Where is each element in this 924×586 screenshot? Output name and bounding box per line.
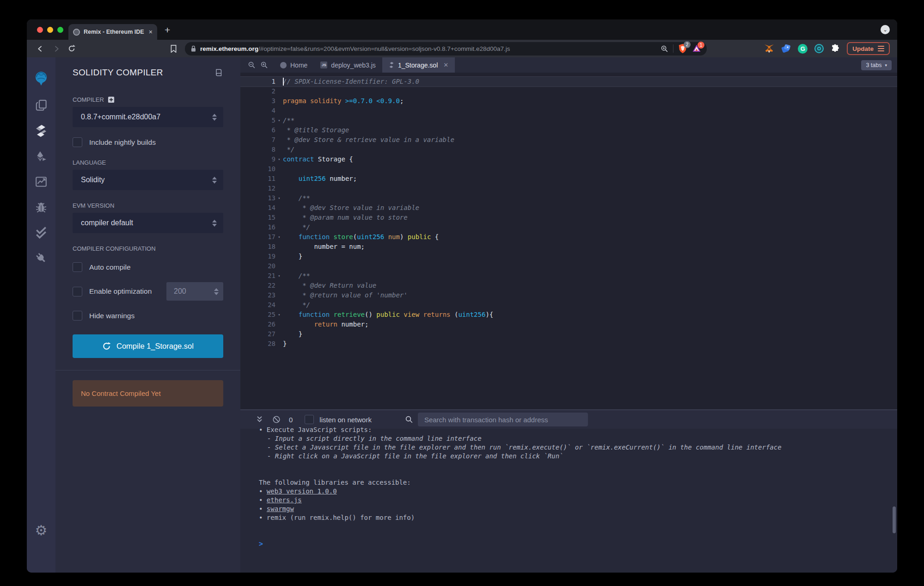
compile-button[interactable]: Compile 1_Storage.sol xyxy=(73,334,223,358)
fold-arrow-icon[interactable]: ▾ xyxy=(275,271,283,281)
fold-arrow-icon[interactable]: ▾ xyxy=(275,232,283,242)
fold-arrow-icon[interactable]: ▾ xyxy=(275,193,283,203)
minimize-window-button[interactable] xyxy=(47,27,53,33)
zoom-page-icon[interactable] xyxy=(661,45,668,53)
clear-console-icon[interactable] xyxy=(272,415,281,424)
menu-hamburger-icon[interactable] xyxy=(878,46,884,51)
rail-item-unit-testing[interactable] xyxy=(31,220,51,245)
editor-tab-home[interactable]: Home xyxy=(274,57,314,73)
forward-icon[interactable] xyxy=(50,43,62,55)
collapse-chevrons-icon[interactable] xyxy=(256,416,263,423)
editor-tab-1-storage-sol[interactable]: 1_Storage.sol✕ xyxy=(382,57,455,73)
maximize-window-button[interactable] xyxy=(57,27,63,33)
code-line[interactable]: 5▾/** xyxy=(240,116,897,125)
code-line[interactable]: 11 uint256 number; xyxy=(240,174,897,184)
rail-item-static-analysis[interactable] xyxy=(31,169,51,194)
code-line[interactable]: 1// SPDX-License-Identifier: GPL-3.0 xyxy=(240,77,897,86)
code-line[interactable]: 4 xyxy=(240,106,897,116)
rail-item-deploy-and-run[interactable] xyxy=(31,143,51,169)
new-tab-button[interactable]: + xyxy=(165,22,170,38)
nightly-builds-checkbox[interactable] xyxy=(73,137,82,147)
code-line[interactable]: 2 xyxy=(240,86,897,96)
url-bar[interactable]: remix.ethereum.org/#optimize=false&runs=… xyxy=(185,42,707,56)
rail-item-solidity-compiler[interactable] xyxy=(31,118,51,143)
tab-search-icon[interactable]: ⌄ xyxy=(881,25,890,34)
code-line[interactable]: 19 } xyxy=(240,252,897,261)
fold-arrow-icon[interactable]: ▾ xyxy=(275,116,283,125)
grammarly-icon[interactable]: G xyxy=(798,44,808,54)
code-line[interactable]: 25▾ function retrieve() public view retu… xyxy=(240,310,897,320)
transaction-count: 0 xyxy=(289,416,293,424)
language-select[interactable]: Solidity xyxy=(73,170,223,190)
rail-item-plugin-manager[interactable] xyxy=(31,245,51,271)
puzzle-extensions-icon[interactable] xyxy=(831,44,840,53)
fold-gutter xyxy=(275,145,283,154)
compiler-version-select[interactable]: 0.8.7+commit.e28d00a7 xyxy=(73,107,223,127)
documentation-book-icon[interactable] xyxy=(215,68,223,77)
add-compiler-icon[interactable] xyxy=(108,96,115,103)
code-line[interactable]: 7 * @dev Store & retrieve value in a var… xyxy=(240,135,897,145)
terminal-output[interactable]: • Execute JavaScript scripts:- Input a s… xyxy=(240,426,897,573)
close-tab-icon[interactable]: × xyxy=(149,28,153,36)
back-icon[interactable] xyxy=(34,43,46,55)
code-editor[interactable]: 1// SPDX-License-Identifier: GPL-3.023pr… xyxy=(240,73,897,409)
bookmark-sidebar-icon[interactable] xyxy=(167,43,179,55)
update-button[interactable]: Update xyxy=(847,42,890,55)
code-line[interactable]: 22 * @dev Return value xyxy=(240,281,897,290)
evm-version-select[interactable]: compiler default xyxy=(73,213,223,233)
code-line[interactable]: 8 */ xyxy=(240,145,897,154)
code-line[interactable]: 17▾ function store(uint256 num) public { xyxy=(240,232,897,242)
auto-compile-checkbox[interactable] xyxy=(73,262,82,272)
zoom-in-icon[interactable] xyxy=(260,61,268,69)
code-line[interactable]: 3pragma solidity >=0.7.0 <0.9.0; xyxy=(240,96,897,106)
code-line[interactable]: 20 xyxy=(240,261,897,271)
enable-optimization-checkbox[interactable] xyxy=(73,287,82,296)
fold-arrow-icon[interactable]: ▾ xyxy=(275,310,283,320)
code-line[interactable]: 21▾ /** xyxy=(240,271,897,281)
code-line[interactable]: 9▾contract Storage { xyxy=(240,154,897,164)
code-line[interactable]: 26 return number; xyxy=(240,320,897,329)
fold-gutter xyxy=(275,203,283,213)
code-line[interactable]: 6 * @title Storage xyxy=(240,125,897,135)
fold-arrow-icon[interactable]: ▾ xyxy=(275,154,283,164)
code-line[interactable]: 23 * @return value of 'number' xyxy=(240,290,897,300)
rail-item-file-explorer[interactable] xyxy=(31,93,51,118)
terminal-line[interactable]: • ethers.js xyxy=(259,496,897,505)
code-line[interactable]: 18 number = num; xyxy=(240,242,897,252)
rail-item-home[interactable] xyxy=(31,64,51,93)
code-line[interactable]: 12 xyxy=(240,184,897,193)
terminal-scrollbar[interactable] xyxy=(893,506,896,533)
browser-tab[interactable]: Remix - Ethereum IDE × xyxy=(68,24,157,40)
close-window-button[interactable] xyxy=(37,27,43,33)
terminal-line[interactable]: • swarmgw xyxy=(259,505,897,513)
teal-extension-icon[interactable] xyxy=(814,44,824,53)
line-number: 1 xyxy=(240,77,275,86)
code-line[interactable]: 16 */ xyxy=(240,222,897,232)
code-line[interactable]: 13▾ /** xyxy=(240,193,897,203)
code-line[interactable]: 15 * @param num value to store xyxy=(240,213,897,222)
reload-icon[interactable] xyxy=(66,43,78,55)
tag-extension-icon[interactable] xyxy=(781,44,791,54)
tabs-count-badge[interactable]: 3 tabs▾ xyxy=(861,60,892,70)
terminal-line[interactable]: • web3 version 1.0.0 xyxy=(259,487,897,496)
close-tab-icon[interactable]: ✕ xyxy=(443,62,448,68)
code-line[interactable]: 14 * @dev Store value in variable xyxy=(240,203,897,213)
rail-item-debugger[interactable] xyxy=(31,194,51,220)
deploy-run-icon xyxy=(35,150,47,162)
code-text: contract Storage { xyxy=(283,154,353,164)
fold-gutter xyxy=(275,329,283,339)
metamask-icon[interactable] xyxy=(764,44,774,54)
hide-warnings-checkbox[interactable] xyxy=(73,311,82,321)
code-line[interactable]: 10 xyxy=(240,164,897,174)
brave-rewards-icon[interactable]: 1 xyxy=(692,44,701,53)
code-line[interactable]: 24 */ xyxy=(240,300,897,310)
rail-item-settings[interactable]: ⚙ xyxy=(31,518,51,543)
zoom-out-icon[interactable] xyxy=(248,61,256,69)
code-line[interactable]: 27 } xyxy=(240,329,897,339)
brave-shield-icon[interactable]: 2 xyxy=(678,43,687,54)
optimization-runs-input[interactable]: 200 xyxy=(166,282,223,301)
editor-tab-deploy-web3-js[interactable]: JSdeploy_web3.js xyxy=(314,57,382,73)
terminal-search-input[interactable] xyxy=(418,413,588,426)
listen-on-network-checkbox[interactable] xyxy=(305,415,314,424)
code-line[interactable]: 28} xyxy=(240,339,897,349)
